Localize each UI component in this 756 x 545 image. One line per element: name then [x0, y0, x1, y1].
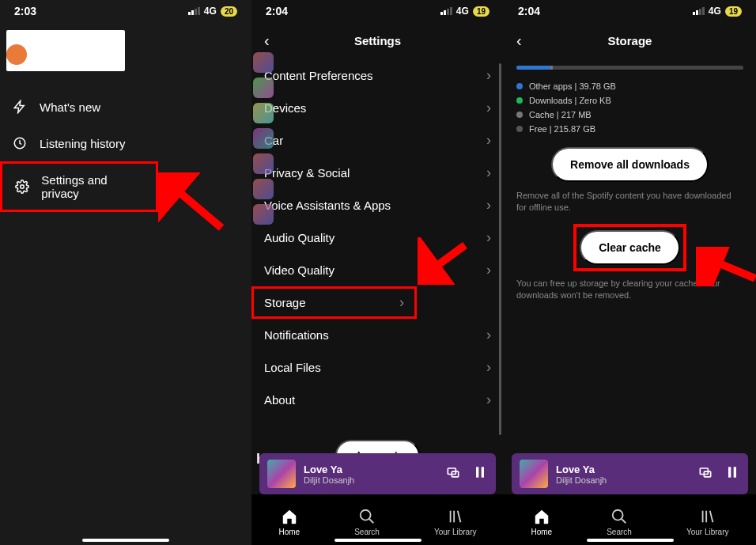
- home-icon: [533, 508, 550, 525]
- settings-item-about[interactable]: About›: [251, 384, 504, 416]
- nav-label: Your Library: [686, 528, 729, 536]
- track-title: Love Ya: [304, 464, 437, 475]
- settings-item-devices[interactable]: Devices›: [251, 92, 504, 124]
- legend-dot: [516, 97, 523, 104]
- album-art: [520, 460, 548, 488]
- nav-library[interactable]: Your Library: [434, 508, 477, 536]
- track-artist: Diljit Dosanjh: [304, 475, 437, 485]
- item-label: Content Preferences: [264, 69, 373, 82]
- chevron-right-icon: ›: [486, 392, 491, 408]
- home-indicator: [335, 539, 421, 542]
- nav-home[interactable]: Home: [279, 508, 301, 536]
- battery-badge: 19: [473, 6, 490, 17]
- home-indicator: [82, 539, 169, 542]
- now-playing-bar[interactable]: Love Ya Diljit Dosanjh: [512, 453, 748, 494]
- menu-item-whats-new[interactable]: What's new: [0, 89, 251, 125]
- legend-label: Free | 215.87 GB: [529, 124, 595, 134]
- legend-cache: Cache | 217 MB: [516, 108, 743, 122]
- scrollbar[interactable]: [499, 63, 501, 435]
- settings-item-local-files[interactable]: Local Files›: [251, 351, 504, 384]
- nav-library[interactable]: Your Library: [686, 508, 729, 536]
- status-right: 4G 19: [693, 6, 742, 17]
- back-button[interactable]: ‹: [264, 32, 270, 50]
- page-title: Settings: [251, 34, 504, 47]
- nav-search[interactable]: Search: [607, 508, 632, 536]
- legend-free: Free | 215.87 GB: [516, 122, 743, 136]
- now-playing-text: Love Ya Diljit Dosanjh: [304, 464, 437, 485]
- settings-item-storage[interactable]: Storage›: [251, 286, 417, 319]
- menu-label: What's new: [40, 100, 100, 114]
- search-icon: [610, 508, 628, 525]
- menu-item-settings-privacy[interactable]: Settings and privacy: [0, 161, 158, 212]
- album-art: [267, 460, 296, 488]
- chevron-right-icon: ›: [486, 67, 491, 84]
- now-playing-bar[interactable]: Love Ya Diljit Dosanjh: [259, 453, 496, 494]
- storage-seg-free: [553, 66, 743, 70]
- legend-label: Downloads | Zero KB: [529, 96, 611, 105]
- menu-label: Settings and privacy: [41, 173, 145, 200]
- svg-rect-6: [476, 467, 478, 477]
- svg-line-22: [709, 511, 713, 523]
- signal-icon: [188, 7, 200, 15]
- bottom-nav: Home Search Your Library: [251, 494, 504, 545]
- now-playing-text: Love Ya Diljit Dosanjh: [556, 464, 690, 485]
- page-title: Storage: [504, 34, 756, 47]
- status-bar: 2:03 4G 20: [0, 0, 251, 22]
- bolt-icon: [11, 98, 28, 115]
- legend-label: Other apps | 39.78 GB: [529, 81, 616, 91]
- signal-icon: [693, 7, 705, 15]
- pause-icon[interactable]: [472, 464, 488, 483]
- library-icon: [699, 508, 716, 525]
- nav-label: Search: [607, 528, 632, 536]
- legend-dot: [516, 112, 523, 118]
- svg-rect-17: [734, 467, 736, 477]
- legend-dot: [516, 83, 523, 89]
- storage-legend: Other apps | 39.78 GB Downloads | Zero K…: [504, 79, 756, 136]
- cast-icon[interactable]: [697, 464, 713, 483]
- cast-icon[interactable]: [445, 464, 461, 483]
- track-artist: Diljit Dosanjh: [556, 475, 690, 485]
- home-indicator: [587, 539, 674, 542]
- nav-label: Your Library: [434, 528, 477, 536]
- chevron-right-icon: ›: [486, 262, 491, 278]
- legend-dot: [516, 126, 523, 132]
- svg-point-8: [361, 510, 371, 520]
- clear-cache-button[interactable]: Clear cache: [580, 230, 680, 265]
- menu-item-listening-history[interactable]: Listening history: [0, 125, 251, 161]
- status-time: 2:04: [518, 5, 540, 17]
- svg-point-1: [20, 185, 24, 189]
- item-label: Privacy & Social: [264, 166, 350, 180]
- phone-screen-3: 2:04 4G 19 ‹ Storage Other apps | 39.78 …: [504, 0, 756, 545]
- legend-label: Cache | 217 MB: [529, 110, 592, 119]
- legend-other-apps: Other apps | 39.78 GB: [516, 79, 743, 93]
- chevron-right-icon: ›: [486, 197, 491, 214]
- chevron-right-icon: ›: [486, 100, 491, 116]
- network-label: 4G: [709, 6, 721, 17]
- status-bar: 2:04 4G 19: [504, 0, 756, 22]
- chevron-right-icon: ›: [486, 327, 491, 343]
- page-header: ‹ Settings: [251, 22, 504, 59]
- settings-item-privacy-social[interactable]: Privacy & Social›: [251, 157, 504, 189]
- status-time: 2:04: [266, 5, 288, 17]
- nav-search[interactable]: Search: [354, 508, 380, 536]
- svg-line-19: [622, 519, 626, 524]
- back-button[interactable]: ‹: [516, 32, 522, 50]
- settings-item-notifications[interactable]: Notifications›: [251, 319, 504, 351]
- history-icon: [11, 134, 28, 152]
- background-peek: [251, 47, 275, 490]
- phone-screen-2: Hi 2:04 4G 19 ‹ Settings Content Prefere…: [251, 0, 504, 545]
- library-icon: [447, 508, 464, 525]
- settings-item-content-preferences[interactable]: Content Preferences›: [251, 59, 504, 92]
- pause-icon[interactable]: [724, 464, 740, 483]
- settings-item-car[interactable]: Car›: [251, 124, 504, 157]
- remove-downloads-desc: Remove all of the Spotify content you ha…: [504, 188, 756, 216]
- nav-home[interactable]: Home: [531, 508, 553, 536]
- status-right: 4G 20: [188, 6, 237, 17]
- svg-line-13: [708, 259, 755, 278]
- svg-rect-16: [728, 467, 731, 477]
- settings-item-voice-assistants[interactable]: Voice Assistants & Apps›: [251, 189, 504, 221]
- chevron-right-icon: ›: [486, 132, 491, 149]
- remove-downloads-button[interactable]: Remove all downloads: [551, 147, 709, 182]
- svg-line-3: [427, 245, 465, 273]
- storage-usage-bar: [516, 66, 743, 70]
